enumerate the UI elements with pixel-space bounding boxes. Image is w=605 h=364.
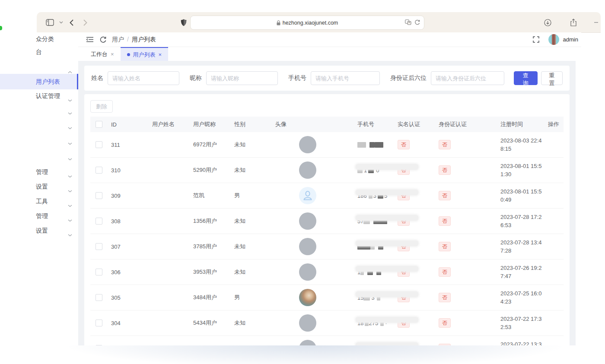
- translate-icon[interactable]: [405, 19, 411, 26]
- default-user-avatar[interactable]: [299, 187, 316, 204]
- row-checkbox[interactable]: [96, 320, 102, 326]
- sidebar-item[interactable]: [0, 117, 78, 130]
- search-button[interactable]: 查询: [514, 71, 538, 85]
- sidebar-item-设置[interactable]: 设置: [0, 180, 78, 193]
- row-checkbox-cell: [90, 243, 106, 250]
- photo-avatar[interactable]: [299, 289, 316, 306]
- sidebar-item[interactable]: [0, 148, 78, 161]
- empty-avatar[interactable]: [299, 136, 316, 153]
- close-icon[interactable]: ×: [159, 51, 162, 58]
- delete-button[interactable]: 删除: [90, 100, 113, 113]
- table-header-row: ID用户姓名用户昵称性别头像手机号实名认证身份证认证注册时间操作: [90, 117, 564, 132]
- filter-input-2[interactable]: [311, 71, 380, 85]
- sidebar-item[interactable]: [0, 133, 78, 146]
- row-checkbox[interactable]: [96, 243, 102, 250]
- filter-label: 手机号: [288, 74, 306, 82]
- row-checkbox[interactable]: [96, 218, 102, 225]
- time-line-1: 2023-07-28 17:2: [500, 213, 543, 221]
- sidebar-item-管理[interactable]: 管理: [0, 165, 78, 178]
- sidebar-item[interactable]: [0, 102, 78, 115]
- sidebar-item-label: 管理: [36, 212, 48, 219]
- cell-register-time: 2023-08-01 15:50:49: [495, 187, 543, 204]
- forward-button[interactable]: [80, 17, 90, 28]
- empty-avatar[interactable]: [299, 314, 316, 332]
- breadcrumb: 用户/用户列表: [112, 36, 156, 44]
- filter-input-1[interactable]: [206, 71, 278, 85]
- empty-avatar[interactable]: [299, 212, 316, 230]
- shield-icon[interactable]: [178, 17, 189, 28]
- row-checkbox[interactable]: [96, 192, 102, 199]
- select-all-checkbox[interactable]: [96, 121, 102, 128]
- cell-idcert: 否: [433, 191, 495, 200]
- cell-avatar: [270, 289, 352, 306]
- cell-phone: 153: [352, 294, 392, 301]
- sidebar-item-工具[interactable]: 工具: [0, 195, 78, 208]
- redaction-smudge: [356, 164, 418, 170]
- address-bar[interactable]: hezhong.xiaojunet.com: [190, 16, 424, 30]
- share-button[interactable]: [568, 17, 579, 28]
- cell-realname: 否: [392, 140, 433, 149]
- status-badge-no: 否: [439, 267, 451, 277]
- breadcrumb-item[interactable]: 用户: [112, 36, 124, 43]
- filter-input-0[interactable]: [108, 71, 179, 85]
- status-badge-no: 否: [439, 216, 451, 226]
- time-line-1: 2023-08-03 22:4: [500, 136, 543, 145]
- header-cell-身份证认证: 身份证认证: [433, 120, 495, 128]
- window-bottom-shadow: [0, 345, 605, 364]
- back-button[interactable]: [66, 17, 76, 28]
- reload-icon[interactable]: [414, 19, 420, 26]
- cell-register-time: 2023-07-22 17:32:53: [495, 315, 543, 331]
- tab-工作台[interactable]: 工作台×: [84, 47, 121, 61]
- time-line-1: 2023-08-01 15:5: [500, 162, 543, 170]
- cell-avatar: [270, 340, 352, 345]
- header-cell-注册时间: 注册时间: [495, 120, 543, 128]
- status-badge-no: 否: [439, 191, 451, 200]
- sidebar-toggle-icon[interactable]: [45, 17, 55, 28]
- cell-id: 311: [106, 142, 147, 148]
- sidebar-item-设置[interactable]: 设置: [0, 224, 78, 237]
- cell-id: 304: [106, 320, 147, 326]
- status-badge-no: 否: [439, 293, 451, 302]
- cell-register-time: 2023-07-25 16:04:23: [495, 289, 543, 306]
- cell-id: 306: [106, 269, 147, 275]
- sidebar-item-label: 认证管理: [36, 92, 60, 99]
- empty-avatar[interactable]: [299, 340, 316, 345]
- time-line-1: 2023-07-25 16:0: [500, 289, 543, 298]
- row-checkbox[interactable]: [96, 141, 102, 148]
- sidebar-item-管理[interactable]: 管理: [0, 209, 78, 222]
- close-icon[interactable]: ×: [111, 51, 114, 57]
- toolbar-chevron-down-icon[interactable]: [56, 17, 66, 28]
- empty-avatar[interactable]: [299, 161, 316, 179]
- menu-fold-icon[interactable]: [85, 35, 95, 44]
- username[interactable]: admin: [563, 36, 578, 43]
- sidebar-item-众分类[interactable]: 众分类: [0, 32, 78, 45]
- fullscreen-icon[interactable]: [532, 35, 541, 44]
- cell-idcert: 否: [433, 140, 495, 149]
- empty-avatar[interactable]: [299, 238, 316, 255]
- reset-button[interactable]: 重置: [541, 71, 563, 85]
- row-checkbox[interactable]: [96, 167, 102, 174]
- cell-nickname: 1356用户: [188, 217, 229, 225]
- cell-avatar: [270, 314, 352, 332]
- filter-label: 姓名: [91, 74, 103, 82]
- sidebar-item-用户列表[interactable]: 用户列表: [0, 74, 78, 89]
- sidebar-item-台[interactable]: 台: [0, 45, 78, 58]
- tab-用户列表[interactable]: 用户列表×: [121, 47, 169, 61]
- time-line-2: 7:28: [500, 247, 543, 255]
- cell-id: 305: [106, 294, 147, 301]
- breadcrumb-current: 用户列表: [132, 36, 156, 43]
- row-checkbox[interactable]: [96, 269, 102, 275]
- header-cell-用户姓名: 用户姓名: [147, 120, 188, 128]
- filter-input-3[interactable]: [431, 71, 504, 85]
- downloads-button[interactable]: [542, 17, 553, 28]
- more-button-partial[interactable]: [591, 17, 602, 28]
- sidebar-item[interactable]: [0, 61, 78, 74]
- empty-avatar[interactable]: [299, 263, 316, 281]
- traffic-light-partial: [0, 26, 2, 30]
- refresh-icon[interactable]: [98, 35, 108, 44]
- avatar[interactable]: [548, 34, 559, 45]
- row-checkbox-cell: [90, 294, 106, 301]
- sidebar-item-label: 管理: [36, 168, 48, 175]
- sidebar-item-认证管理[interactable]: 认证管理: [0, 89, 78, 102]
- row-checkbox[interactable]: [96, 294, 102, 301]
